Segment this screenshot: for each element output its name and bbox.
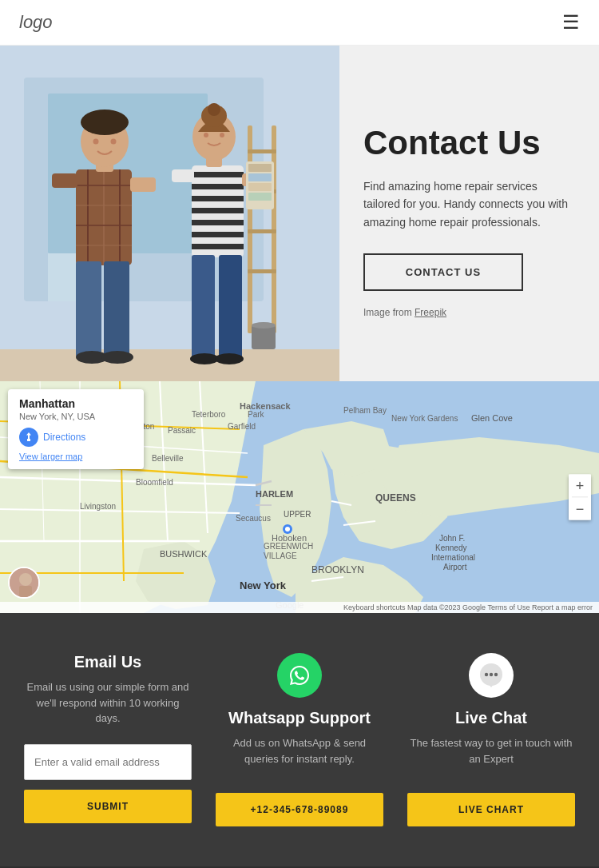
- svg-text:VILLAGE: VILLAGE: [264, 551, 297, 560]
- zoom-out-button[interactable]: −: [569, 498, 591, 520]
- svg-rect-4: [0, 349, 339, 381]
- svg-point-50: [215, 353, 244, 364]
- hero-section: Contact Us Find amazing home repair serv…: [0, 46, 599, 381]
- svg-text:Livingston: Livingston: [80, 502, 116, 511]
- svg-rect-46: [248, 193, 272, 201]
- svg-text:GREENWICH: GREENWICH: [264, 542, 313, 551]
- hamburger-icon[interactable]: ☰: [562, 11, 580, 34]
- svg-text:Teterboro: Teterboro: [192, 410, 226, 419]
- whatsapp-button[interactable]: +12-345-678-89089: [216, 793, 383, 826]
- navbar: logo ☰: [0, 0, 599, 46]
- svg-rect-48: [219, 255, 242, 359]
- svg-text:Park: Park: [248, 410, 265, 419]
- map-section: East Hanover Bloomfield Belleville Livin…: [0, 381, 599, 613]
- svg-rect-21: [52, 173, 77, 188]
- whatsapp-col-description: Add us on WhatsApp & send queries for in…: [216, 735, 383, 775]
- svg-rect-37: [192, 220, 244, 225]
- svg-point-55: [204, 133, 208, 137]
- email-submit-button[interactable]: SUBMIT: [24, 790, 192, 823]
- map-location-sub: New York, NY, USA: [19, 412, 133, 421]
- svg-point-118: [490, 673, 493, 676]
- svg-rect-11: [252, 325, 276, 349]
- livechat-button[interactable]: LIVE CHART: [407, 793, 575, 826]
- svg-point-12: [252, 322, 276, 328]
- map-canvas: East Hanover Bloomfield Belleville Livin…: [0, 381, 599, 613]
- contact-us-button[interactable]: CONTACT US: [363, 253, 523, 291]
- svg-text:Passaic: Passaic: [168, 426, 196, 435]
- svg-text:BROOKLYN: BROOKLYN: [311, 564, 364, 575]
- email-col: Email Us Email us using our simple form …: [16, 653, 200, 823]
- hero-illustration: [0, 46, 339, 381]
- svg-rect-7: [248, 149, 276, 153]
- svg-text:UPPER: UPPER: [284, 510, 311, 519]
- svg-rect-47: [192, 255, 215, 359]
- svg-rect-45: [248, 183, 272, 191]
- hero-image: [0, 46, 339, 381]
- svg-rect-10: [248, 269, 276, 273]
- image-credit: Image from Freepik: [363, 307, 575, 318]
- svg-point-56: [220, 133, 224, 137]
- directions-label[interactable]: Directions: [43, 432, 85, 443]
- hero-description: Find amazing home repair services tailor…: [363, 177, 575, 231]
- logo: logo: [19, 12, 53, 33]
- svg-point-54: [208, 103, 220, 116]
- svg-point-26: [101, 351, 133, 364]
- svg-rect-35: [192, 196, 244, 201]
- svg-rect-112: [27, 439, 30, 441]
- svg-rect-38: [192, 232, 244, 237]
- svg-text:John F.: John F.: [439, 534, 465, 543]
- map-attribution: Keyboard shortcuts Map data ©2023 Google…: [0, 602, 599, 613]
- livechat-col-title: Live Chat: [407, 709, 575, 727]
- livechat-col: Live Chat The fastest way to get in touc…: [399, 653, 583, 826]
- whatsapp-col: Whatsapp Support Add us on WhatsApp & se…: [208, 653, 391, 826]
- svg-rect-24: [104, 261, 129, 357]
- map-info-box: Manhattan New York, NY, USA Directions V…: [8, 389, 144, 469]
- svg-text:Secaucus: Secaucus: [236, 514, 271, 523]
- svg-point-49: [190, 353, 219, 364]
- svg-rect-44: [248, 173, 272, 181]
- svg-rect-33: [192, 172, 244, 177]
- svg-point-119: [494, 673, 498, 676]
- svg-point-114: [19, 573, 32, 586]
- svg-rect-40: [172, 169, 194, 182]
- svg-text:Pelham Bay: Pelham Bay: [343, 406, 387, 415]
- svg-text:BUSHWICK: BUSHWICK: [160, 549, 208, 559]
- directions-icon: [19, 428, 38, 447]
- hero-content: Contact Us Find amazing home repair serv…: [339, 46, 599, 381]
- view-larger-map-link[interactable]: View larger map: [19, 452, 133, 461]
- svg-text:Belleville: Belleville: [152, 454, 184, 463]
- svg-text:New York Gardens: New York Gardens: [391, 414, 458, 423]
- svg-rect-115: [19, 586, 32, 599]
- svg-rect-9: [248, 229, 276, 233]
- svg-text:New York: New York: [240, 579, 287, 591]
- svg-text:Kennedy: Kennedy: [435, 543, 466, 552]
- map-directions[interactable]: Directions: [19, 428, 133, 447]
- map-location-name: Manhattan: [19, 397, 133, 410]
- svg-point-111: [285, 527, 290, 532]
- svg-rect-36: [192, 208, 244, 213]
- hero-title: Contact Us: [363, 125, 575, 161]
- zoom-in-button[interactable]: +: [569, 475, 591, 497]
- freepik-link[interactable]: Freepik: [415, 307, 446, 318]
- svg-text:HARLEM: HARLEM: [256, 489, 293, 499]
- svg-text:Glen Cove: Glen Cove: [471, 413, 513, 423]
- svg-rect-22: [130, 177, 156, 192]
- svg-text:QUEENS: QUEENS: [375, 492, 416, 504]
- svg-text:Garfield: Garfield: [228, 422, 256, 431]
- street-view-thumbnail[interactable]: [8, 567, 40, 599]
- svg-text:International: International: [431, 553, 475, 562]
- email-input[interactable]: [24, 744, 192, 780]
- svg-rect-34: [192, 184, 244, 189]
- svg-text:Bloomfield: Bloomfield: [136, 478, 173, 487]
- svg-rect-43: [248, 164, 272, 172]
- svg-rect-39: [192, 244, 244, 249]
- whatsapp-col-title: Whatsapp Support: [216, 709, 383, 727]
- svg-point-30: [93, 139, 99, 145]
- livechat-col-description: The fastest way to get in touch with an …: [407, 735, 575, 775]
- svg-point-117: [485, 673, 488, 676]
- email-col-description: Email us using our simple form and we'll…: [24, 679, 192, 727]
- map-zoom-controls: + −: [569, 475, 591, 520]
- whatsapp-icon: [277, 653, 322, 698]
- svg-point-29: [81, 109, 129, 135]
- email-col-title: Email Us: [24, 653, 192, 671]
